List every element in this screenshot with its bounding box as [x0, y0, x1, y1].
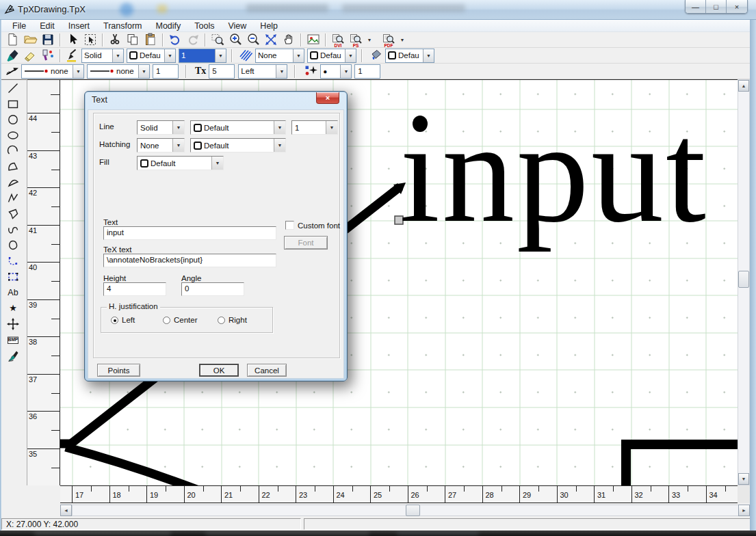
menu-view[interactable]: View: [221, 21, 253, 31]
curve-tool-icon[interactable]: [2, 222, 24, 237]
arrow-begin-combo[interactable]: none▼: [21, 64, 84, 79]
points-button[interactable]: Points: [97, 364, 140, 377]
menu-modify[interactable]: Modify: [148, 21, 187, 31]
undo-icon[interactable]: [166, 33, 184, 47]
custom-font-checkbox[interactable]: [285, 221, 294, 230]
select-icon[interactable]: [64, 33, 81, 47]
format-painter-icon[interactable]: [39, 49, 57, 63]
preview-pdf-icon[interactable]: PDF: [380, 33, 397, 47]
dialog-line-style-combo[interactable]: Solid▼: [137, 120, 185, 135]
paste-icon[interactable]: [142, 33, 159, 47]
pan-icon[interactable]: [280, 33, 298, 47]
scroll-right-button[interactable]: ►: [738, 505, 750, 516]
line-style-combo[interactable]: Solid▼: [81, 49, 124, 63]
dialog-hatching-color-combo[interactable]: Default▼: [190, 138, 286, 152]
text-height-field[interactable]: 5: [209, 64, 235, 79]
preview-dvi-icon[interactable]: DVI: [329, 33, 347, 47]
hatching-icon[interactable]: [237, 49, 255, 63]
point-size-field[interactable]: 1: [354, 64, 380, 79]
dialog-hatching-style-combo[interactable]: None▼: [137, 138, 185, 152]
arrow-size-field[interactable]: 1: [153, 64, 179, 79]
scroll-up-button[interactable]: ▲: [738, 80, 749, 92]
bezier-path-tool-icon[interactable]: [2, 253, 24, 269]
line-tool-icon[interactable]: [2, 80, 24, 96]
zoom-window-icon[interactable]: [209, 33, 226, 47]
preview-ps-dropdown-icon[interactable]: ▼: [365, 33, 374, 47]
star-tool-icon[interactable]: ★: [2, 300, 24, 316]
select-area-icon[interactable]: [81, 33, 99, 47]
ok-button[interactable]: OK: [199, 364, 239, 377]
copy-icon[interactable]: [124, 33, 142, 47]
arc-tool-icon[interactable]: [2, 143, 24, 159]
menu-insert[interactable]: Insert: [62, 21, 96, 31]
color-picker-icon[interactable]: [3, 49, 21, 63]
rectangle-tool-icon[interactable]: [2, 96, 24, 111]
radio-center[interactable]: Center: [163, 316, 198, 324]
chevron-down-icon[interactable]: ▼: [326, 121, 337, 134]
justification-combo[interactable]: Left▼: [238, 64, 287, 79]
font-button[interactable]: Font: [284, 236, 328, 250]
arrow-tool-icon[interactable]: [3, 64, 21, 79]
hatching-color-combo[interactable]: Defau▼: [307, 49, 356, 63]
menu-edit[interactable]: Edit: [33, 21, 62, 31]
closed-bezier-tool-icon[interactable]: [2, 269, 24, 284]
sector-tool-icon[interactable]: [2, 159, 24, 174]
menu-file[interactable]: File: [5, 21, 33, 31]
menu-help[interactable]: Help: [253, 21, 285, 31]
dialog-line-width-combo[interactable]: 1▼: [291, 120, 338, 135]
fill-bucket-icon[interactable]: [367, 49, 385, 63]
picture-preview-icon[interactable]: [304, 33, 322, 47]
bitmap-tool-icon[interactable]: BMP: [2, 332, 24, 347]
point-marker-icon[interactable]: [302, 64, 320, 79]
preview-pdf-dropdown-icon[interactable]: ▼: [397, 33, 407, 47]
fill-color-combo[interactable]: Defau▼: [385, 49, 434, 63]
line-color-combo[interactable]: Defau▼: [127, 49, 176, 63]
chevron-down-icon[interactable]: ▼: [211, 157, 223, 170]
tex-text-field[interactable]: \annotateNoBrackets{input}: [103, 254, 276, 267]
chevron-down-icon[interactable]: ▼: [274, 139, 285, 152]
zoom-out-icon[interactable]: [244, 33, 262, 47]
ellipse-tool-icon[interactable]: [2, 127, 24, 143]
scroll-down-button[interactable]: ▼: [738, 473, 749, 485]
scroll-left-button[interactable]: ◄: [60, 505, 72, 516]
chevron-down-icon[interactable]: ▼: [73, 65, 83, 78]
point-style-combo[interactable]: ●▼: [320, 64, 352, 79]
open-icon[interactable]: [21, 33, 39, 47]
segment-tool-icon[interactable]: [2, 174, 24, 190]
symbol-tool-icon[interactable]: [2, 316, 24, 332]
height-field[interactable]: 4: [103, 282, 166, 296]
angle-field[interactable]: 0: [181, 282, 244, 296]
dialog-line-color-combo[interactable]: Default▼: [190, 120, 286, 135]
arrow-end-combo[interactable]: none▼: [87, 64, 150, 79]
chevron-down-icon[interactable]: ▼: [423, 49, 434, 62]
chevron-down-icon[interactable]: ▼: [172, 121, 184, 134]
radio-right[interactable]: Right: [218, 316, 247, 324]
chevron-down-icon[interactable]: ▼: [340, 65, 351, 78]
chevron-down-icon[interactable]: ▼: [164, 49, 175, 62]
freehand-tool-icon[interactable]: [2, 347, 24, 363]
text-tool-icon[interactable]: Ab: [2, 284, 24, 300]
redo-icon[interactable]: [184, 33, 202, 47]
save-icon[interactable]: [39, 33, 57, 47]
menu-transform[interactable]: Transform: [96, 21, 149, 31]
radio-left[interactable]: Left: [111, 316, 135, 324]
polyline-tool-icon[interactable]: [2, 190, 24, 206]
chevron-down-icon[interactable]: ▼: [274, 121, 285, 134]
vertical-scrollbar[interactable]: ▲ ▼: [738, 79, 750, 485]
circle-tool-icon[interactable]: [2, 111, 24, 127]
hatching-style-combo[interactable]: None▼: [255, 49, 304, 63]
zoom-in-icon[interactable]: [226, 33, 244, 47]
minimize-button[interactable]: —: [686, 0, 706, 13]
polygon-tool-icon[interactable]: [2, 206, 24, 222]
chevron-down-icon[interactable]: ▼: [345, 49, 356, 62]
chevron-down-icon[interactable]: ▼: [112, 49, 123, 62]
closed-curve-tool-icon[interactable]: [2, 237, 24, 253]
close-button[interactable]: ×: [727, 0, 747, 13]
horizontal-scrollbar[interactable]: ◄ ►: [0, 503, 750, 518]
hscroll-thumb[interactable]: [406, 505, 420, 516]
cancel-button[interactable]: Cancel: [247, 364, 287, 377]
new-icon[interactable]: [3, 33, 21, 47]
chevron-down-icon[interactable]: ▼: [172, 139, 184, 152]
eraser-icon[interactable]: [21, 49, 39, 63]
preview-ps-icon[interactable]: PS: [347, 33, 365, 47]
